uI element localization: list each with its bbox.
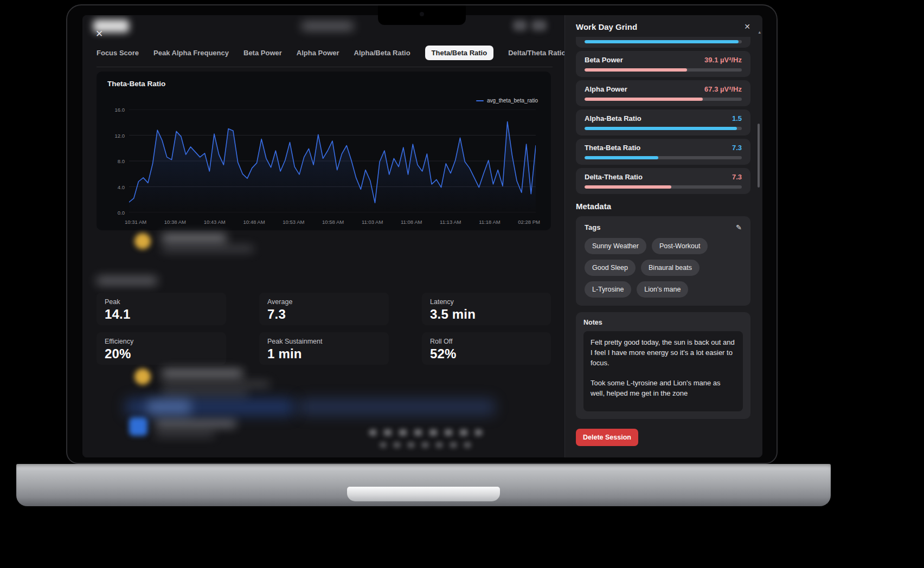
tab-bar: Focus ScorePeak Alpha FrequencyBeta Powe… bbox=[97, 46, 553, 67]
chart-title: Theta-Beta Ratio bbox=[107, 80, 165, 88]
metric-label: Theta-Beta Ratio bbox=[585, 144, 640, 152]
tab-alpha-beta-ratio[interactable]: Alpha/Beta Ratio bbox=[354, 46, 410, 60]
metric-label: Delta-Theta Ratio bbox=[585, 173, 643, 181]
blurred-text-line bbox=[162, 391, 248, 397]
chart-plot bbox=[129, 109, 536, 212]
tag-binaural-beats[interactable]: Binaural beats bbox=[641, 260, 700, 276]
tag-l-tyrosine[interactable]: L-Tyrosine bbox=[585, 281, 631, 298]
laptop-bezel: ✕ Focus ScorePeak Alpha FrequencyBeta Po… bbox=[66, 4, 778, 464]
metric-bar bbox=[585, 185, 742, 189]
tags-card: Tags ✎ Sunny WeatherPost-WorkoutGood Sle… bbox=[576, 216, 750, 306]
blurred-text-line bbox=[162, 234, 227, 242]
stat-value: 3.5 min bbox=[430, 307, 543, 322]
stat-label: Efficiency bbox=[105, 338, 218, 345]
stat-value: 20% bbox=[105, 346, 218, 362]
legend-label: avg_theta_beta_ratio bbox=[487, 98, 538, 104]
blurred-section-heading bbox=[97, 276, 157, 285]
partial-bar-fill bbox=[585, 40, 739, 43]
tag-lion-s-mane[interactable]: Lion's mane bbox=[637, 281, 688, 298]
edit-tags-icon[interactable]: ✎ bbox=[736, 223, 742, 231]
chart-card: Theta-Beta Ratio avg_theta_beta_ratio 16… bbox=[97, 72, 551, 230]
metric-bar bbox=[585, 40, 742, 43]
metric-bar bbox=[585, 156, 742, 159]
tag-post-workout[interactable]: Post-Workout bbox=[652, 238, 708, 254]
camera-notch bbox=[378, 5, 466, 25]
y-tick-label: 0.0 bbox=[118, 210, 125, 216]
tab-alpha-power[interactable]: Alpha Power bbox=[297, 46, 339, 60]
metric-bar-fill bbox=[585, 185, 671, 189]
y-tick-label: 16.0 bbox=[115, 107, 125, 113]
tab-focus-score[interactable]: Focus Score bbox=[97, 46, 139, 60]
metric-label: Alpha-Beta Ratio bbox=[585, 114, 641, 122]
metric-card-beta-power: Beta Power39.1 µV²/Hz bbox=[576, 51, 750, 77]
blurred-app-icon bbox=[129, 417, 147, 436]
y-tick-label: 12.0 bbox=[115, 133, 125, 139]
sidebar-header: Work Day Grind ✕ bbox=[576, 20, 750, 34]
stat-card-peak: Peak14.1 bbox=[97, 293, 226, 325]
blurred-text-line bbox=[162, 382, 270, 387]
sidebar-close-button[interactable]: ✕ bbox=[744, 22, 750, 31]
tab-theta-beta-ratio[interactable]: Theta/Beta Ratio bbox=[425, 46, 494, 60]
notes-text[interactable]: Felt pretty good today, the sun is back … bbox=[583, 331, 743, 411]
x-tick-label: 10:48 AM bbox=[243, 219, 265, 225]
x-tick-label: 10:53 AM bbox=[283, 219, 304, 225]
x-tick-label: 10:31 AM bbox=[125, 219, 146, 225]
metadata-heading: Metadata bbox=[576, 202, 750, 211]
blurred-text-line bbox=[162, 370, 243, 377]
x-tick-label: 11:03 AM bbox=[362, 219, 383, 225]
metric-bar-fill bbox=[585, 68, 687, 72]
notes-label: Notes bbox=[583, 319, 743, 326]
x-tick-label: 10:58 AM bbox=[322, 219, 344, 225]
sidebar-scrollbar[interactable] bbox=[758, 124, 760, 188]
blurred-toolbar-icon bbox=[531, 20, 547, 31]
blurred-text-line bbox=[155, 421, 236, 427]
stat-label: Peak Sustainment bbox=[267, 338, 381, 345]
metric-card-alpha-beta-ratio: Alpha-Beta Ratio1.5 bbox=[576, 109, 750, 135]
x-tick-label: 10:38 AM bbox=[164, 219, 186, 225]
metric-bar bbox=[585, 98, 742, 101]
main-panel: ✕ Focus ScorePeak Alpha FrequencyBeta Po… bbox=[82, 15, 564, 457]
x-tick-label: 11:18 AM bbox=[479, 219, 500, 225]
trackpad-scoop bbox=[347, 487, 500, 501]
stat-card-peak-sustainment: Peak Sustainment1 min bbox=[259, 332, 389, 365]
tab-delta-theta-ratio[interactable]: Delta/Theta Ratio bbox=[508, 46, 566, 60]
stat-label: Latency bbox=[430, 298, 543, 306]
stats-grid: Peak14.1Average7.3Latency3.5 minEfficien… bbox=[97, 293, 551, 365]
delete-session-button[interactable]: Delete Session bbox=[576, 429, 638, 446]
metric-bar bbox=[585, 127, 742, 130]
chart-svg bbox=[129, 109, 536, 212]
blurred-text-line bbox=[162, 246, 254, 251]
metrics-list: Beta Power39.1 µV²/HzAlpha Power67.3 µV²… bbox=[576, 51, 750, 194]
metric-card-partial bbox=[576, 37, 750, 48]
tab-peak-alpha-frequency[interactable]: Peak Alpha Frequency bbox=[153, 46, 229, 60]
stat-label: Peak bbox=[105, 298, 218, 306]
tag-good-sleep[interactable]: Good Sleep bbox=[585, 260, 636, 276]
metric-label: Alpha Power bbox=[585, 85, 627, 93]
tags-list: Sunny WeatherPost-WorkoutGood SleepBinau… bbox=[585, 238, 742, 298]
stat-label: Roll Off bbox=[430, 338, 543, 345]
blurred-chart-band bbox=[147, 399, 191, 415]
metric-bar bbox=[585, 68, 742, 72]
close-modal-button[interactable]: ✕ bbox=[95, 29, 103, 38]
tab-beta-power[interactable]: Beta Power bbox=[243, 46, 282, 60]
x-tick-label: 11:13 AM bbox=[440, 219, 461, 225]
chart-legend: avg_theta_beta_ratio bbox=[476, 98, 538, 104]
tags-header: Tags ✎ bbox=[585, 223, 742, 231]
metric-value: 7.3 bbox=[732, 144, 742, 152]
tag-sunny-weather[interactable]: Sunny Weather bbox=[585, 238, 646, 254]
scrollbar-up-arrow[interactable]: ▴ bbox=[758, 29, 761, 35]
metric-value: 67.3 µV²/Hz bbox=[704, 85, 742, 93]
metric-bar-fill bbox=[585, 127, 737, 130]
stat-card-latency: Latency3.5 min bbox=[422, 293, 551, 325]
x-tick-label: 02:28 PM bbox=[518, 219, 540, 225]
stat-card-roll-off: Roll Off52% bbox=[422, 332, 551, 365]
stat-value: 52% bbox=[430, 346, 543, 362]
metric-bar-fill bbox=[585, 156, 658, 159]
y-axis-labels: 16.012.08.04.00.0 bbox=[101, 109, 125, 212]
stat-card-average: Average7.3 bbox=[259, 293, 389, 325]
blurred-avatar bbox=[134, 233, 151, 249]
stat-value: 1 min bbox=[267, 346, 381, 362]
stat-value: 14.1 bbox=[105, 307, 218, 322]
stat-value: 7.3 bbox=[267, 307, 381, 322]
stat-card-efficiency: Efficiency20% bbox=[97, 332, 226, 365]
